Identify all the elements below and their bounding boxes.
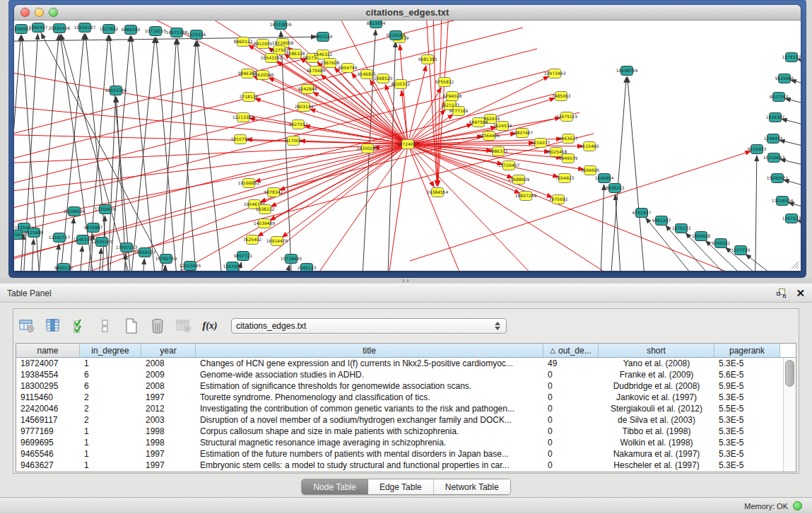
graph-node[interactable]: 16671388 (166, 28, 188, 37)
table-cell[interactable]: 1 (80, 358, 141, 369)
table-row[interactable]: 1872400712008Changes of HCN gene express… (16, 358, 783, 369)
graph-edge[interactable] (67, 218, 73, 271)
graph-node[interactable]: 17016504 (772, 197, 794, 206)
graph-node[interactable]: 7625402 (243, 235, 262, 245)
table-cell[interactable]: 6 (80, 380, 141, 392)
graph-node[interactable]: 10688609 (508, 175, 530, 185)
graph-node[interactable]: 8938213 (606, 184, 625, 193)
graph-edge[interactable] (282, 144, 408, 238)
table-cell[interactable]: Investigating the contribution of common… (196, 403, 543, 414)
graph-node[interactable]: 1568520 (374, 74, 393, 83)
table-row[interactable]: 946554611997Estimation of the future num… (16, 448, 783, 460)
graph-edge[interactable] (156, 37, 180, 271)
graph-node[interactable]: 1145194 (73, 235, 93, 245)
graph-edge[interactable] (61, 35, 141, 271)
scrollbar-thumb[interactable] (785, 360, 794, 387)
graph-node[interactable]: 8813054 (367, 21, 386, 28)
graph-edge[interactable] (784, 180, 801, 194)
graph-edge[interactable] (798, 221, 801, 233)
graph-node[interactable]: 9450172 (54, 264, 73, 271)
table-cell[interactable]: 1997 (141, 460, 196, 471)
graph-node[interactable]: 1167533 (782, 214, 801, 223)
tab-network-table[interactable]: Network Table (434, 479, 510, 494)
table-cell[interactable]: 5.5E-5 (714, 403, 780, 414)
graph-edge[interactable] (755, 156, 757, 271)
graph-edge[interactable] (408, 66, 426, 144)
graph-node[interactable]: 19166852 (238, 179, 260, 188)
table-cell[interactable]: Jankovic et al. (1997) (599, 392, 714, 403)
table-row[interactable]: 977716911998Corpus callosum shape and si… (16, 426, 783, 437)
graph-node[interactable]: 9215953 (748, 145, 767, 154)
column-header-pagerank[interactable]: pagerank (714, 344, 780, 357)
graph-node[interactable]: 9699695 (581, 166, 600, 175)
graph-node[interactable]: 1115689 (25, 228, 44, 238)
table-cell[interactable]: 1997 (141, 448, 196, 460)
table-cell[interactable]: 9463627 (16, 460, 80, 471)
table-cell[interactable]: 1998 (141, 426, 196, 437)
graph-node[interactable]: 16958107 (134, 248, 156, 257)
window-titlebar[interactable]: citations_edges.txt (14, 5, 801, 21)
table-row[interactable]: 946362711997Embryonic stem cells: a mode… (16, 460, 783, 471)
graph-node[interactable]: 7515526 (187, 30, 206, 40)
table-cell[interactable]: 18300295 (16, 380, 80, 392)
table-cell[interactable]: 9115460 (16, 392, 80, 403)
zoom-window-button[interactable] (49, 8, 58, 17)
graph-edge[interactable] (271, 144, 408, 206)
column-header-year[interactable]: year (141, 344, 196, 357)
table-cell[interactable]: Embryonic stem cells: a model to study s… (196, 460, 543, 471)
float-panel-icon[interactable] (777, 288, 786, 298)
graph-node[interactable]: 9457721 (234, 252, 253, 261)
graph-node[interactable]: 7986372 (489, 147, 508, 156)
tab-node-table[interactable]: Node Table (302, 479, 368, 494)
graph-node[interactable]: 6794028 (443, 92, 462, 101)
table-cell[interactable]: 14569117 (16, 414, 80, 426)
column-header-name[interactable]: name (16, 344, 80, 357)
table-cell[interactable]: 9777169 (16, 426, 80, 437)
table-row[interactable]: 2242004622012Investigating the contribut… (16, 403, 783, 414)
graph-node[interactable]: 9245012 (712, 239, 731, 248)
graph-node[interactable]: 9129966 (775, 74, 794, 83)
table-cell[interactable]: 0 (543, 392, 599, 403)
table-row[interactable]: 1830029562008Estimation of significance … (16, 380, 783, 392)
deselect-all-button[interactable] (96, 316, 114, 336)
table-cell[interactable]: 5.6E-5 (714, 369, 780, 380)
graph-node[interactable]: 18807249 (515, 192, 537, 201)
graph-node[interactable]: 15718485 (281, 255, 302, 264)
table-cell[interactable]: 1998 (141, 437, 196, 448)
table-cell[interactable]: 2 (80, 403, 141, 414)
graph-node[interactable]: 1640954 (595, 174, 614, 183)
table-cell[interactable]: 0 (543, 437, 599, 448)
graph-node[interactable]: 7654923 (555, 174, 575, 183)
graph-node[interactable]: 7485063 (552, 92, 571, 101)
graph-edge[interactable] (276, 265, 290, 271)
graph-edge[interactable] (253, 76, 408, 144)
graph-node[interactable]: 2045123 (298, 264, 317, 271)
graph-node[interactable]: 12213383 (233, 113, 254, 122)
graph-edge[interactable] (30, 239, 34, 271)
column-header-out_degree[interactable]: △out_de... (543, 344, 599, 357)
table-cell[interactable]: Genome-wide association studies in ADHD. (196, 369, 543, 380)
table-cell[interactable]: 0 (543, 426, 599, 437)
close-window-button[interactable] (20, 8, 30, 17)
graph-edge[interactable] (408, 144, 686, 271)
graph-edge[interactable] (785, 98, 801, 111)
table-cell[interactable]: Nakamura et al. (1997) (599, 448, 714, 460)
table-cell[interactable]: 5.3E-5 (714, 358, 780, 369)
table-cell[interactable]: 5.3E-5 (714, 437, 780, 448)
new-table-button[interactable] (122, 316, 141, 336)
column-header-in_degree[interactable]: in_degree (80, 344, 141, 357)
graph-node[interactable]: 1675113 (672, 224, 691, 233)
table-cell[interactable]: 9699695 (16, 437, 80, 448)
graph-node[interactable]: 19384554 (427, 188, 449, 197)
select-all-button[interactable] (70, 316, 88, 336)
column-visibility-button[interactable] (44, 316, 62, 336)
graph-node[interactable]: 1938222 (256, 205, 275, 214)
graph-edge[interactable] (408, 110, 445, 144)
table-cell[interactable]: 5.3E-5 (714, 426, 780, 437)
graph-node[interactable]: 1949579 (559, 154, 578, 163)
graph-edge[interactable] (779, 140, 801, 153)
tab-edge-table[interactable]: Edge Table (368, 479, 434, 494)
graph-node[interactable]: 7975692 (549, 195, 568, 204)
network-canvas[interactable]: 1872400789601238912955182260589127503165… (14, 21, 801, 271)
graph-node[interactable]: 12923445 (180, 262, 201, 271)
